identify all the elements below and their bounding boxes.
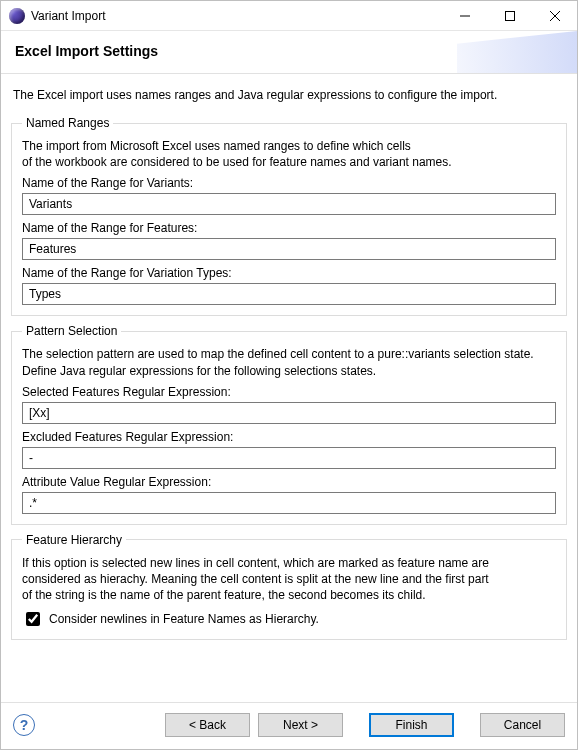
- window-title: Variant Import: [31, 9, 105, 23]
- named-ranges-description: The import from Microsoft Excel uses nam…: [22, 138, 556, 170]
- title-bar: Variant Import: [1, 1, 577, 31]
- pattern-selection-group: Pattern Selection The selection pattern …: [11, 324, 567, 524]
- minimize-icon: [460, 11, 470, 21]
- label-attribute-regex: Attribute Value Regular Expression:: [22, 475, 556, 489]
- maximize-button[interactable]: [487, 1, 532, 31]
- finish-button[interactable]: Finish: [369, 713, 454, 737]
- input-attribute-regex[interactable]: [22, 492, 556, 514]
- input-range-types[interactable]: [22, 283, 556, 305]
- named-ranges-group: Named Ranges The import from Microsoft E…: [11, 116, 567, 316]
- feature-hierarchy-description: If this option is selected new lines in …: [22, 555, 556, 604]
- pattern-selection-description: The selection pattern are used to map th…: [22, 346, 556, 378]
- cancel-button[interactable]: Cancel: [480, 713, 565, 737]
- minimize-button[interactable]: [442, 1, 487, 31]
- content-spacer: [11, 648, 567, 678]
- text-line: of the string is the name of the parent …: [22, 588, 426, 602]
- button-bar: ? < Back Next > Finish Cancel: [1, 702, 577, 749]
- wizard-header: Excel Import Settings: [1, 31, 577, 73]
- text-line: considered as hierachy. Meaning the cell…: [22, 572, 489, 586]
- help-icon[interactable]: ?: [13, 714, 35, 736]
- text-line: The import from Microsoft Excel uses nam…: [22, 139, 411, 153]
- next-button[interactable]: Next >: [258, 713, 343, 737]
- label-range-variants: Name of the Range for Variants:: [22, 176, 556, 190]
- header-decoration: [457, 31, 577, 73]
- lead-text: The Excel import uses names ranges and J…: [13, 88, 567, 102]
- checkbox-consider-newlines-label[interactable]: Consider newlines in Feature Names as Hi…: [49, 612, 319, 626]
- checkbox-consider-newlines[interactable]: [26, 612, 40, 626]
- content-area: The Excel import uses names ranges and J…: [1, 74, 577, 702]
- svg-rect-0: [505, 11, 514, 20]
- named-ranges-legend: Named Ranges: [22, 116, 113, 130]
- feature-hierarchy-legend: Feature Hierarchy: [22, 533, 126, 547]
- label-range-types: Name of the Range for Variation Types:: [22, 266, 556, 280]
- text-line: The selection pattern are used to map th…: [22, 347, 534, 361]
- close-icon: [550, 11, 560, 21]
- label-range-features: Name of the Range for Features:: [22, 221, 556, 235]
- text-line: of the workbook are considered to be use…: [22, 155, 452, 169]
- close-button[interactable]: [532, 1, 577, 31]
- input-selected-regex[interactable]: [22, 402, 556, 424]
- input-range-variants[interactable]: [22, 193, 556, 215]
- text-line: Define Java regular expressions for the …: [22, 364, 376, 378]
- input-range-features[interactable]: [22, 238, 556, 260]
- app-icon: [9, 8, 25, 24]
- input-excluded-regex[interactable]: [22, 447, 556, 469]
- back-button[interactable]: < Back: [165, 713, 250, 737]
- maximize-icon: [505, 11, 515, 21]
- hierarchy-checkbox-row: Consider newlines in Feature Names as Hi…: [22, 609, 556, 629]
- feature-hierarchy-group: Feature Hierarchy If this option is sele…: [11, 533, 567, 641]
- label-selected-regex: Selected Features Regular Expression:: [22, 385, 556, 399]
- label-excluded-regex: Excluded Features Regular Expression:: [22, 430, 556, 444]
- text-line: If this option is selected new lines in …: [22, 556, 489, 570]
- pattern-selection-legend: Pattern Selection: [22, 324, 121, 338]
